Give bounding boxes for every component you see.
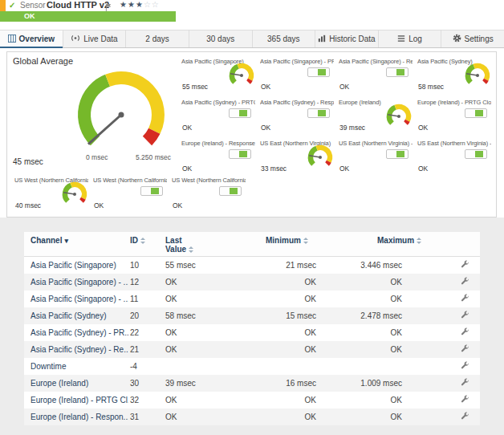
gauge-cell: Asia Pacific (Singapore) - Res...OK <box>336 55 415 96</box>
gauge-cell-value: 55 msec <box>182 83 208 91</box>
id-cell: 32 <box>128 392 161 409</box>
id-cell: 20 <box>128 307 161 324</box>
prtg-sensor-page: ✓ Sensor Cloud HTTP v2 ★★★☆☆ OK Overview… <box>0 0 504 435</box>
dial-gauge-icon <box>227 62 256 91</box>
sort-icon[interactable] <box>303 238 308 244</box>
tab-30-days[interactable]: 30 days <box>189 30 253 47</box>
bar-gauge-icon <box>307 108 330 118</box>
minimum-cell <box>253 358 353 375</box>
maximum-cell: OK <box>353 392 453 409</box>
wrench-icon[interactable] <box>461 361 469 372</box>
wrench-icon[interactable] <box>461 378 469 388</box>
gauge-cell: Asia Pacific (Sydney)58 msec <box>415 55 494 96</box>
last-value-cell: OK <box>161 392 253 409</box>
col-header-maximum[interactable]: Maximum <box>353 232 453 257</box>
channel-cell: Europe (Ireland) <box>24 375 128 392</box>
tab-bar: Overview Live Data 2 days 30 days 365 da… <box>0 30 504 48</box>
tab-live-data[interactable]: Live Data <box>63 30 127 47</box>
channel-cell: Asia Pacific (Singapore) - ... <box>24 291 128 307</box>
wrench-icon[interactable] <box>461 260 469 270</box>
wrench-icon[interactable] <box>461 344 469 355</box>
tab-settings[interactable]: Settings <box>441 30 504 47</box>
columns-icon <box>8 35 16 44</box>
channel-cell: Asia Pacific (Sydney) - PR... <box>24 324 128 341</box>
channel-cell: Europe (Ireland) - PRTG Cl... <box>24 392 128 409</box>
tab-overview[interactable]: Overview <box>0 30 63 47</box>
maximum-cell <box>353 358 453 375</box>
gauge-cell: Europe (Ireland)39 msec <box>336 96 415 137</box>
table-row[interactable]: Asia Pacific (Sydney)2058 msec15 msec2.4… <box>24 307 480 324</box>
sort-icon[interactable] <box>189 246 193 253</box>
left-accent <box>0 0 6 11</box>
gauge-cell-value: OK <box>94 201 104 209</box>
id-cell: 22 <box>128 324 161 341</box>
gauges-panel: Global Average 0 msec 5.250 msec 45 msec… <box>6 51 497 218</box>
id-cell: 10 <box>128 257 161 274</box>
tab-label: Overview <box>19 35 55 43</box>
wrench-icon[interactable] <box>461 294 469 304</box>
tab-2-days[interactable]: 2 days <box>126 30 189 47</box>
table-row[interactable]: Asia Pacific (Singapore) - ...11OKOKOK <box>24 291 480 307</box>
col-header-channel[interactable]: Channel▾ <box>24 232 128 257</box>
bar-gauge-icon <box>229 108 251 118</box>
table-row[interactable]: Asia Pacific (Singapore)1055 msec21 msec… <box>24 257 480 274</box>
table-row[interactable]: Asia Pacific (Sydney) - PR...22OKOKOK <box>24 324 480 341</box>
table-row[interactable]: Downtime-4 <box>24 358 480 375</box>
wrench-icon[interactable] <box>461 327 469 338</box>
bar-gauge-icon <box>386 149 408 159</box>
bar-gauge-icon <box>229 149 251 159</box>
gauge-cell: Asia Pacific (Sydney) - PRTG ...OK <box>179 96 258 137</box>
gauge-cell-title: Europe (Ireland) - PRTG Cloud... <box>417 99 491 106</box>
gauge-cell-title: Europe (Ireland) - Response C... <box>181 140 255 147</box>
maximum-cell: 1.009 msec <box>353 375 453 392</box>
maximum-cell: OK <box>353 341 453 358</box>
table-row[interactable]: Asia Pacific (Sydney) - Re...21OKOKOK <box>24 341 480 358</box>
table-row[interactable]: Europe (Ireland) - Respon...31OKOKOK <box>24 409 480 425</box>
tools-cell <box>453 409 480 425</box>
id-cell: 21 <box>128 341 161 358</box>
tab-historic-data[interactable]: Historic Data <box>315 30 379 47</box>
gauge-cell-title: US East (Northern Virginia) - ... <box>339 140 413 147</box>
id-cell: 12 <box>128 274 161 291</box>
bar-gauge-icon <box>307 67 330 77</box>
wrench-icon[interactable] <box>461 277 469 287</box>
tab-365-days[interactable]: 365 days <box>253 30 316 47</box>
sort-icon[interactable] <box>417 238 421 244</box>
sort-icon[interactable] <box>140 238 145 244</box>
last-value-cell: 58 msec <box>161 307 253 324</box>
maximum-cell: OK <box>353 409 453 425</box>
last-value-cell: 55 msec <box>161 257 253 274</box>
tab-log[interactable]: Log <box>379 30 442 47</box>
dial-gauge-icon <box>60 181 89 209</box>
gauge-cell-value: OK <box>182 165 192 173</box>
broadcast-icon <box>71 34 80 44</box>
id-cell: 11 <box>128 291 161 307</box>
gauge-cell: Europe (Ireland) - PRTG Cloud...OK <box>415 96 494 137</box>
bar-gauge-icon <box>386 67 408 77</box>
sensor-type-label: Sensor <box>20 1 46 10</box>
wrench-icon[interactable] <box>461 395 469 405</box>
gauge-scale-min: 0 msec <box>86 153 108 161</box>
priority-stars[interactable]: ★★★☆☆ <box>120 0 160 9</box>
tab-label: Log <box>408 35 422 43</box>
tab-label: 30 days <box>206 35 234 43</box>
table-row[interactable]: Asia Pacific (Singapore) - ...12OKOKOK <box>24 274 480 291</box>
tab-label: 2 days <box>145 35 169 43</box>
col-header-label: Maximum <box>377 236 414 245</box>
gauge-cell-value: 39 msec <box>339 124 365 132</box>
col-header-id[interactable]: ID <box>128 232 161 257</box>
table-row[interactable]: Europe (Ireland)3039 msec16 msec1.009 ms… <box>24 375 480 392</box>
table-header-row: Channel▾ ID Last Value Minimum Maximum <box>24 232 480 257</box>
tab-label: Historic Data <box>329 35 375 43</box>
table-row[interactable]: Europe (Ireland) - PRTG Cl...32OKOKOK <box>24 392 480 409</box>
id-cell: -4 <box>128 358 161 375</box>
channel-cell: Europe (Ireland) - Respon... <box>24 409 128 425</box>
last-value-cell: OK <box>161 324 253 341</box>
dial-gauge-icon <box>463 62 492 91</box>
channel-cell: Asia Pacific (Sydney) - Re... <box>24 341 128 358</box>
wrench-icon[interactable] <box>461 412 469 422</box>
col-header-minimum[interactable]: Minimum <box>253 232 353 257</box>
wrench-icon[interactable] <box>461 311 469 321</box>
col-header-last-value[interactable]: Last Value <box>161 232 253 257</box>
minimum-cell: 16 msec <box>253 375 353 392</box>
